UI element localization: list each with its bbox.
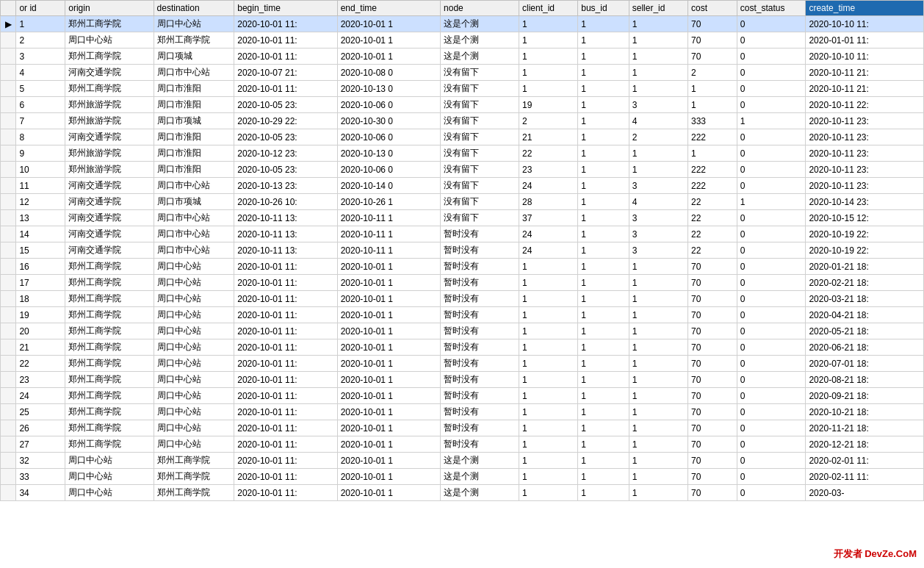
cell-or-id: 10 [16,162,65,178]
cell-client-id: 1 [519,323,578,339]
cell-node: 这是个测 [441,16,519,32]
table-row[interactable]: 26郑州工商学院周口中心站2020-10-01 11:2020-10-01 1暂… [1,420,924,436]
cell-create-time: 2020-08-21 18: [806,372,924,388]
table-row[interactable]: 21郑州工商学院周口中心站2020-10-01 11:2020-10-01 1暂… [1,339,924,356]
cell-client-id: 1 [519,469,578,485]
cell-cost-status: 0 [737,97,806,113]
table-row[interactable]: 9郑州旅游学院周口市淮阳2020-10-12 23:2020-10-13 0没有… [1,145,924,162]
cell-destination: 周口市项城 [154,194,234,210]
col-header-client-id[interactable]: client_id [519,1,578,16]
row-marker [1,356,16,372]
cell-seller-id: 4 [629,113,687,129]
table-row[interactable]: 34周口中心站郑州工商学院2020-10-01 11:2020-10-01 1这… [1,485,924,501]
col-header-bus-id[interactable]: bus_id [578,1,629,16]
table-row[interactable]: 12河南交通学院周口市项城2020-10-26 10:2020-10-26 1没… [1,194,924,210]
cell-or-id: 25 [16,404,65,420]
table-row[interactable]: ▶1郑州工商学院周口中心站2020-10-01 11:2020-10-01 1这… [1,16,924,32]
cell-cost-status: 0 [737,81,806,97]
table-row[interactable]: 8河南交通学院周口市淮阳2020-10-05 23:2020-10-06 0没有… [1,129,924,145]
cell-bus-id: 1 [578,129,629,145]
col-header-node[interactable]: node [441,1,519,16]
cell-bus-id: 1 [578,242,629,259]
col-header-begin-time[interactable]: begin_time [234,1,337,16]
cell-node: 暂时没有 [441,436,519,453]
cell-seller-id: 3 [629,226,687,242]
cell-bus-id: 1 [578,194,629,210]
col-header-or-id[interactable]: or id [16,1,65,16]
cell-cost: 70 [687,436,737,453]
cell-create-time: 2020-10-11 23: [806,162,924,178]
cell-end-time: 2020-10-06 0 [337,162,440,178]
table-row[interactable]: 6郑州旅游学院周口市淮阳2020-10-05 23:2020-10-06 0没有… [1,97,924,113]
row-marker [1,259,16,275]
col-header-destination[interactable]: destination [154,1,234,16]
table-row[interactable]: 4河南交通学院周口市中心站2020-10-07 21:2020-10-08 0没… [1,65,924,81]
table-row[interactable]: 19郑州工商学院周口中心站2020-10-01 11:2020-10-01 1暂… [1,307,924,323]
cell-end-time: 2020-10-01 1 [337,356,440,372]
cell-client-id: 1 [519,420,578,436]
cell-bus-id: 1 [578,275,629,291]
table-row[interactable]: 18郑州工商学院周口中心站2020-10-01 11:2020-10-01 1暂… [1,291,924,307]
cell-destination: 郑州工商学院 [154,469,234,485]
col-header-origin[interactable]: origin [65,1,154,16]
cell-begin-time: 2020-10-13 23: [234,178,337,194]
table-row[interactable]: 13河南交通学院周口市中心站2020-10-11 13:2020-10-11 1… [1,210,924,226]
table-row[interactable]: 22郑州工商学院周口中心站2020-10-01 11:2020-10-01 1暂… [1,356,924,372]
cell-begin-time: 2020-10-01 11: [234,453,337,469]
cell-end-time: 2020-10-01 1 [337,453,440,469]
col-header-cost-status[interactable]: cost_status [737,1,806,16]
cell-bus-id: 1 [578,210,629,226]
table-row[interactable]: 5郑州工商学院周口市淮阳2020-10-01 11:2020-10-13 0没有… [1,81,924,97]
table-row[interactable]: 10郑州旅游学院周口市淮阳2020-10-05 23:2020-10-06 0没… [1,162,924,178]
cell-cost-status: 0 [737,469,806,485]
cell-node: 这是个测 [441,485,519,501]
cell-bus-id: 1 [578,469,629,485]
row-marker [1,436,16,453]
table-row[interactable]: 16郑州工商学院周口中心站2020-10-01 11:2020-10-01 1暂… [1,259,924,275]
table-row[interactable]: 23郑州工商学院周口中心站2020-10-01 11:2020-10-01 1暂… [1,372,924,388]
cell-client-id: 24 [519,178,578,194]
cell-create-time: 2020-10-19 22: [806,226,924,242]
cell-begin-time: 2020-10-01 11: [234,32,337,48]
cell-destination: 周口中心站 [154,323,234,339]
cell-origin: 郑州工商学院 [65,388,154,404]
col-header-create-time[interactable]: create_time [806,1,924,16]
cell-create-time: 2020-07-01 18: [806,356,924,372]
row-marker [1,291,16,307]
cell-origin: 郑州工商学院 [65,275,154,291]
col-header-end-time[interactable]: end_time [337,1,440,16]
cell-create-time: 2020-05-21 18: [806,323,924,339]
cell-cost: 222 [687,178,737,194]
cell-end-time: 2020-10-01 1 [337,32,440,48]
table-row[interactable]: 7郑州旅游学院周口市项城2020-10-29 22:2020-10-30 0没有… [1,113,924,129]
table-row[interactable]: 25郑州工商学院周口中心站2020-10-01 11:2020-10-01 1暂… [1,404,924,420]
table-row[interactable]: 2周口中心站郑州工商学院2020-10-01 11:2020-10-01 1这是… [1,32,924,48]
cell-client-id: 1 [519,339,578,356]
cell-node: 暂时没有 [441,388,519,404]
table-row[interactable]: 3郑州工商学院周口项城2020-10-01 11:2020-10-01 1这是个… [1,48,924,65]
col-header-seller-id[interactable]: seller_id [629,1,687,16]
table-row[interactable]: 32周口中心站郑州工商学院2020-10-01 11:2020-10-01 1这… [1,453,924,469]
cell-create-time: 2020-10-11 22: [806,97,924,113]
cell-cost-status: 0 [737,388,806,404]
table-row[interactable]: 24郑州工商学院周口中心站2020-10-01 11:2020-10-01 1暂… [1,388,924,404]
cell-seller-id: 1 [629,259,687,275]
table-row[interactable]: 15河南交通学院周口市中心站2020-10-11 13:2020-10-11 1… [1,242,924,259]
table-row[interactable]: 20郑州工商学院周口中心站2020-10-01 11:2020-10-01 1暂… [1,323,924,339]
cell-origin: 郑州工商学院 [65,356,154,372]
row-marker [1,65,16,81]
table-row[interactable]: 14河南交通学院周口市中心站2020-10-11 13:2020-10-11 1… [1,226,924,242]
cell-node: 没有留下 [441,129,519,145]
cell-node: 暂时没有 [441,242,519,259]
table-row[interactable]: 11河南交通学院周口市中心站2020-10-13 23:2020-10-14 0… [1,178,924,194]
table-row[interactable]: 17郑州工商学院周口中心站2020-10-01 11:2020-10-01 1暂… [1,275,924,291]
row-marker [1,485,16,501]
table-row[interactable]: 27郑州工商学院周口中心站2020-10-01 11:2020-10-01 1暂… [1,436,924,453]
table-row[interactable]: 33周口中心站郑州工商学院2020-10-01 11:2020-10-01 1这… [1,469,924,485]
col-header-cost[interactable]: cost [687,1,737,16]
cell-cost: 22 [687,226,737,242]
cell-origin: 河南交通学院 [65,194,154,210]
cell-bus-id: 1 [578,32,629,48]
cell-origin: 郑州工商学院 [65,436,154,453]
cell-or-id: 19 [16,307,65,323]
